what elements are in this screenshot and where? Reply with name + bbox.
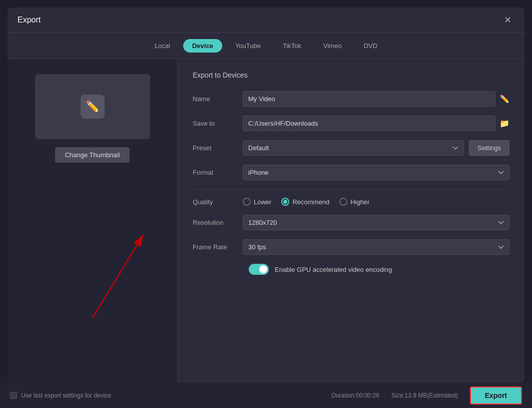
tab-dvd[interactable]: DVD [355, 39, 386, 53]
quality-higher-option[interactable]: Higher [339, 198, 369, 206]
name-label: Name [193, 95, 243, 103]
gpu-label: Enable GPU accelerated video encoding [275, 266, 392, 273]
close-button[interactable]: ✕ [501, 15, 514, 26]
tab-local[interactable]: Local [146, 39, 179, 53]
dialog-overlay: Export ✕ Local Device YouTube TikTok Vim… [0, 0, 532, 408]
duration-info: Duration:00:00:26 [332, 392, 379, 399]
resolution-select-wrapper: 1280x720 [243, 215, 509, 230]
quality-lower-option[interactable]: Lower [243, 198, 271, 206]
gpu-group: Enable GPU accelerated video encoding [249, 264, 509, 275]
resolution-select[interactable]: 1280x720 [243, 215, 509, 230]
export-button[interactable]: Export [470, 386, 522, 404]
format-label: Format [193, 169, 243, 176]
quality-higher-label: Higher [350, 198, 369, 206]
quality-higher-radio[interactable] [339, 198, 347, 206]
divider [193, 189, 509, 190]
preset-label: Preset [193, 144, 243, 152]
save-to-row: Save to 📁 [193, 116, 509, 131]
preset-select[interactable]: Default [243, 140, 464, 156]
thumbnail-preview: ✏️ [35, 74, 150, 139]
svg-line-1 [93, 235, 144, 318]
resolution-row: Resolution 1280x720 [193, 215, 509, 230]
section-title: Export to Devices [193, 71, 509, 79]
name-row: Name ✏️ [193, 91, 509, 107]
dialog-title: Export [18, 16, 41, 25]
gpu-row: Enable GPU accelerated video encoding [193, 264, 509, 275]
use-last-settings-label: Use last export settings for device [21, 392, 111, 399]
frame-rate-select-wrapper: 30 fps [243, 239, 509, 255]
tab-bar: Local Device YouTube TikTok Vimeo DVD [8, 33, 524, 59]
quality-recommend-option[interactable]: Recommend [281, 198, 329, 206]
export-dialog: Export ✕ Local Device YouTube TikTok Vim… [8, 8, 524, 383]
preset-field-group: Default Settings [243, 140, 509, 156]
footer: Use last export settings for device Dura… [0, 383, 532, 408]
save-to-label: Save to [193, 120, 243, 127]
quality-group: Lower Recommend Higher [243, 198, 509, 206]
footer-left: Use last export settings for device [10, 392, 111, 399]
quality-recommend-label: Recommend [292, 198, 329, 206]
dialog-content: ✏️ Change Thumbnail Export to Devices [8, 59, 524, 383]
format-row: Format iPhone [193, 165, 509, 180]
tab-tiktok[interactable]: TikTok [274, 39, 310, 53]
frame-rate-row: Frame Rate 30 fps [193, 239, 509, 255]
save-to-input[interactable] [243, 116, 495, 131]
gpu-toggle[interactable] [249, 264, 269, 275]
size-info: Size:13.9 MB(Estimated) [391, 392, 458, 399]
resolution-label: Resolution [193, 219, 243, 226]
quality-recommend-radio[interactable] [281, 198, 289, 206]
ai-icon[interactable]: ✏️ [499, 94, 509, 104]
preset-select-wrapper: Default [243, 140, 464, 156]
quality-lower-label: Lower [254, 198, 271, 206]
tab-device[interactable]: Device [183, 39, 222, 53]
settings-button[interactable]: Settings [469, 140, 509, 156]
save-to-field-group: 📁 [243, 116, 509, 131]
frame-rate-label: Frame Rate [193, 243, 243, 251]
tab-vimeo[interactable]: Vimeo [314, 39, 351, 53]
quality-lower-radio[interactable] [243, 198, 251, 206]
right-panel: Export to Devices Name ✏️ Save to 📁 [178, 59, 524, 383]
footer-right: Duration:00:00:26 Size:13.9 MB(Estimated… [332, 386, 522, 404]
dialog-header: Export ✕ [8, 8, 524, 33]
frame-rate-select[interactable]: 30 fps [243, 239, 509, 255]
change-thumbnail-button[interactable]: Change Thumbnail [55, 147, 130, 163]
quality-label: Quality [193, 198, 243, 206]
format-select[interactable]: iPhone [243, 165, 509, 180]
tab-youtube[interactable]: YouTube [226, 39, 270, 53]
thumbnail-icon: ✏️ [81, 95, 105, 119]
format-select-wrapper: iPhone [243, 165, 509, 180]
folder-icon[interactable]: 📁 [499, 119, 509, 128]
use-last-settings-checkbox[interactable] [10, 392, 17, 399]
left-panel: ✏️ Change Thumbnail [8, 59, 178, 383]
name-input[interactable] [243, 91, 495, 107]
quality-row: Quality Lower Recommend Higher [193, 198, 509, 206]
preset-row: Preset Default Settings [193, 140, 509, 156]
name-field-group: ✏️ [243, 91, 509, 107]
